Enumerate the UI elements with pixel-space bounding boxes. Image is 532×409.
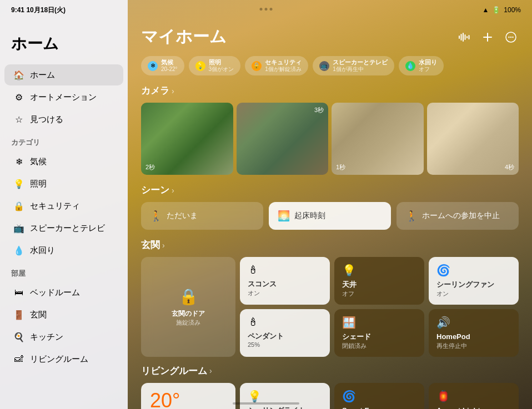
sconsu-status: オン	[248, 289, 322, 297]
lighting-pill-icon: 💡	[195, 61, 205, 71]
camera-label-3: 1秒	[336, 163, 345, 171]
device-accent-lights[interactable]: 🏮 Accent Lights オフ	[429, 383, 519, 409]
device-ceiling-fan[interactable]: 🌀 シーリングファン オン	[429, 257, 519, 305]
ceiling-fan-name: シーリングファン	[436, 280, 511, 290]
home-indicator	[233, 402, 299, 405]
camera-chevron: ›	[172, 87, 174, 95]
sidebar-item-bedroom[interactable]: 🛏 ベッドルーム	[4, 282, 123, 303]
discover-icon: ☆	[13, 114, 24, 125]
camera-tile-4[interactable]: 4秒	[427, 103, 519, 175]
svg-rect-2	[463, 33, 464, 42]
security-pill[interactable]: 🔒 セキュリティ 1個が解錠済み	[245, 56, 308, 75]
sidebar-lighting-label: 照明	[30, 179, 47, 189]
svg-rect-1	[461, 34, 462, 41]
sidebar-water-label: 水回り	[30, 245, 55, 256]
device-ceiling[interactable]: 💡 天井 オフ	[334, 257, 424, 305]
security-pill-icon: 🔒	[252, 61, 262, 71]
scene-section-header[interactable]: シーン ›	[141, 184, 519, 196]
lighting-pill[interactable]: 💡 照明 3個がオン	[189, 56, 241, 75]
kitchen-icon: 🍳	[13, 331, 24, 342]
main-title: マイホーム	[141, 26, 227, 48]
wifi-icon: ▲	[482, 6, 489, 14]
device-homepod[interactable]: 🔊 HomePod 再生停止中	[429, 309, 519, 357]
sidebar-item-home[interactable]: 🏠 ホーム	[4, 64, 123, 85]
ceiling-fan-icon: 🌀	[436, 264, 511, 277]
sidebar-item-water[interactable]: 💧 水回り	[4, 240, 123, 261]
device-ceiling-light[interactable]: 💡 シーリングライト 90%	[240, 383, 330, 409]
smart-fan-name: Smart Fan	[342, 406, 416, 409]
living-chevron: ›	[209, 366, 212, 375]
homepod-icon: 🔊	[436, 316, 511, 329]
scene-wakeup-label: 起床時刻	[294, 211, 325, 221]
sidebar-speaker-label: スピーカーとテレビ	[30, 223, 105, 234]
scene-wakeup[interactable]: 🌅 起床時刻	[269, 202, 391, 230]
camera-tile-1[interactable]: 2秒	[141, 103, 233, 175]
scene-tadaima-icon: 🚶	[150, 210, 162, 222]
camera-tile-2[interactable]: 3秒	[237, 103, 329, 175]
device-shade[interactable]: 🪟 シェード 閉鎖済み	[334, 309, 424, 357]
scene-tadaima[interactable]: 🚶 ただいま	[141, 202, 263, 230]
sidebar-item-speaker-tv[interactable]: 📺 スピーカーとテレビ	[4, 218, 123, 239]
sidebar-bedroom-label: ベッドルーム	[30, 287, 80, 298]
sidebar-item-security[interactable]: 🔒 セキュリティ	[4, 195, 123, 216]
sidebar-item-entrance[interactable]: 🚪 玄関	[4, 304, 123, 325]
sidebar-item-climate[interactable]: ❄ 気候	[4, 151, 123, 172]
battery-icon: 🔋	[492, 6, 500, 14]
genkan-section-header[interactable]: 玄関 ›	[141, 239, 519, 251]
sidebar-item-living[interactable]: 🛋 リビングルーム	[4, 349, 123, 370]
security-pill-text: セキュリティ 1個が解錠済み	[265, 59, 302, 73]
scene-leave-icon: 🚶	[405, 210, 418, 222]
lighting-icon: 💡	[13, 178, 24, 189]
shade-name: シェード	[342, 332, 416, 342]
sidebar-entrance-label: 玄関	[30, 310, 47, 320]
door-status: 施錠済み	[176, 319, 200, 327]
scene-row: 🚶 ただいま 🌅 起床時刻 🚶 ホームへの参加を中止	[141, 202, 519, 230]
sidebar-item-lighting[interactable]: 💡 照明	[4, 173, 123, 194]
scene-leave[interactable]: 🚶 ホームへの参加を中止	[397, 202, 519, 230]
living-section-title: リビングルーム	[141, 365, 207, 377]
ceiling-fan-status: オン	[436, 290, 511, 298]
scene-section-title: シーン	[141, 184, 169, 196]
speaker-pill-text: スピーカーとテレビ 1個が再生中	[333, 59, 388, 73]
living-section-header[interactable]: リビングルーム ›	[141, 365, 519, 377]
sidebar-item-kitchen[interactable]: 🍳 キッチン	[4, 326, 123, 347]
water-pill[interactable]: 💧 水回り オフ	[399, 56, 444, 75]
genkan-chevron: ›	[162, 241, 165, 250]
thermostat-tile[interactable]: 20° サーモスタット 21まで暖房中	[141, 383, 235, 409]
device-pendant[interactable]: 🕯 ペンダント 25%	[240, 309, 330, 357]
door-tile[interactable]: 🔒 玄関のドア 施錠済み	[141, 257, 235, 357]
sidebar-home-label: ホーム	[30, 70, 55, 80]
speaker-pill[interactable]: 📺 スピーカーとテレビ 1個が再生中	[313, 56, 394, 75]
sidebar-automation-label: オートメーション	[30, 92, 97, 103]
climate-pill-text: 気候 20-22°	[161, 59, 178, 73]
status-icons: ▲ 🔋 100%	[482, 6, 521, 14]
door-lock-icon: 🔒	[179, 287, 198, 306]
sidebar-discover-label: 見つける	[30, 114, 63, 125]
more-button[interactable]	[503, 29, 519, 45]
device-sconsu[interactable]: 🕯 スコンス オン	[240, 257, 330, 305]
speaker-tv-icon: 📺	[13, 223, 24, 234]
living-grid: 20° サーモスタット 21まで暖房中 💡 シーリングライト 90% 🌀 Sma…	[141, 383, 519, 409]
water-pill-icon: 💧	[405, 61, 415, 71]
svg-rect-3	[465, 34, 466, 40]
water-icon: 💧	[13, 245, 24, 256]
sidebar-item-automation[interactable]: ⚙ オートメーション	[4, 87, 123, 108]
pendant-icon: 🕯	[248, 316, 322, 329]
camera-section-header[interactable]: カメラ ›	[141, 84, 519, 97]
ceiling-name: 天井	[342, 280, 416, 290]
waveform-button[interactable]	[456, 29, 472, 45]
camera-tile-3[interactable]: 1秒	[332, 103, 424, 175]
device-smart-fan[interactable]: 🌀 Smart Fan オフ	[334, 383, 424, 409]
camera-section-title: カメラ	[141, 84, 169, 97]
climate-pill[interactable]: ❄ 気候 20-22°	[141, 56, 184, 75]
accent-lights-name: Accent Lights	[436, 406, 511, 409]
sidebar-climate-label: 気候	[30, 156, 47, 167]
room-label: 部屋	[0, 262, 128, 281]
add-button[interactable]	[480, 29, 495, 45]
header-actions	[456, 29, 519, 45]
genkan-device-grid: 🔒 玄関のドア 施錠済み 🕯 スコンス オン 💡 天井 オフ 🌀 シーリングファ…	[141, 257, 519, 357]
ceiling-icon: 💡	[342, 264, 416, 277]
sconsu-name: スコンス	[248, 280, 322, 289]
sidebar-item-discover[interactable]: ☆ 見つける	[4, 109, 123, 130]
main-header: マイホーム	[141, 26, 519, 48]
